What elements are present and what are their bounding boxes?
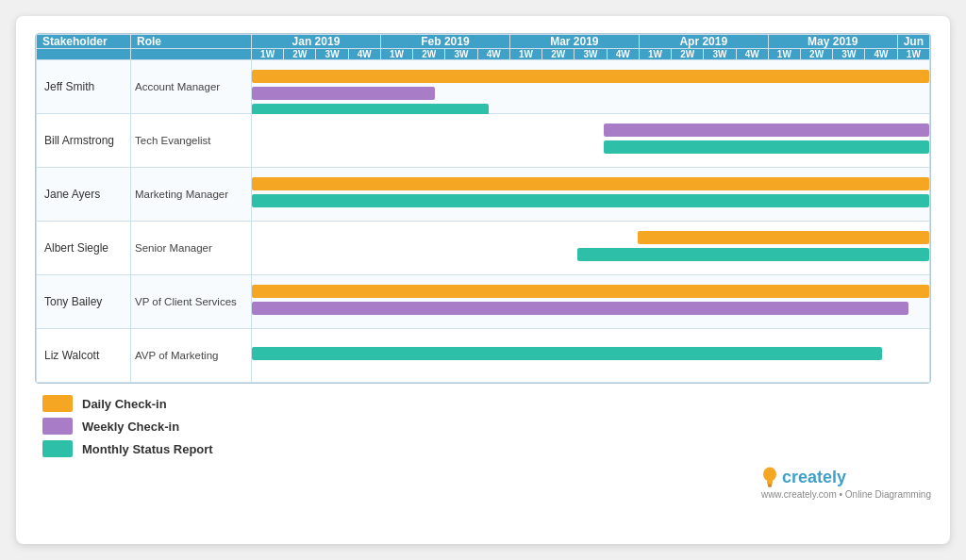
timeline-cell bbox=[252, 329, 930, 383]
chart-area: Stakeholder Role Jan 2019Feb 2019Mar 201… bbox=[35, 33, 931, 384]
stakeholder-role: Account Manager bbox=[131, 60, 252, 114]
stakeholder-role: Tech Evangelist bbox=[131, 114, 252, 168]
legend: Daily Check-inWeekly Check-inMonthly Sta… bbox=[35, 395, 931, 457]
timeline-cell bbox=[252, 275, 930, 329]
bars-container bbox=[252, 60, 929, 113]
week-header: 2W bbox=[413, 49, 445, 60]
stakeholder-weeks-empty bbox=[37, 49, 131, 60]
stakeholder-name: Jeff Smith bbox=[37, 60, 131, 114]
table-row: Bill ArmstrongTech Evangelist bbox=[37, 114, 930, 168]
legend-swatch bbox=[42, 395, 73, 412]
bulb-icon bbox=[761, 465, 778, 489]
stakeholder-name: Tony Bailey bbox=[37, 275, 131, 329]
table-row: Tony BaileyVP of Client Services bbox=[37, 275, 930, 329]
week-header: 4W bbox=[865, 49, 897, 60]
week-header: 1W bbox=[768, 49, 800, 60]
week-header: 4W bbox=[348, 49, 380, 60]
table-row: Albert SiegleSenior Manager bbox=[37, 222, 930, 275]
timeline-cell bbox=[252, 114, 930, 168]
creately-logo: creately bbox=[761, 465, 931, 489]
purple-bar bbox=[252, 302, 908, 315]
week-header: 1W bbox=[252, 49, 284, 60]
purple-bar bbox=[604, 124, 929, 137]
stakeholder-role: Marketing Manager bbox=[131, 168, 252, 222]
timeline-cell bbox=[252, 60, 930, 114]
legend-label: Weekly Check-in bbox=[82, 420, 179, 434]
purple-bar bbox=[252, 87, 435, 100]
svg-point-0 bbox=[763, 468, 776, 482]
stakeholder-role: Senior Manager bbox=[131, 222, 252, 275]
month-header: Mar 2019 bbox=[509, 35, 639, 49]
week-header: 1W bbox=[639, 49, 671, 60]
orange-bar bbox=[252, 285, 929, 298]
creately-name: creately bbox=[782, 468, 846, 487]
month-header: Apr 2019 bbox=[639, 35, 768, 49]
legend-swatch bbox=[42, 418, 73, 435]
svg-rect-2 bbox=[767, 484, 772, 486]
stakeholder-name: Bill Armstrong bbox=[37, 114, 131, 168]
legend-label: Daily Check-in bbox=[82, 397, 167, 411]
brand-area: creately www.creately.com • Online Diagr… bbox=[35, 465, 931, 500]
table-row: Jane AyersMarketing Manager bbox=[37, 168, 930, 222]
week-header: 1W bbox=[897, 49, 929, 60]
orange-bar bbox=[252, 70, 929, 83]
timeline-cell bbox=[252, 222, 930, 275]
role-header: Role bbox=[131, 35, 252, 49]
month-header: Feb 2019 bbox=[380, 35, 509, 49]
week-header: 4W bbox=[477, 49, 509, 60]
week-header: 3W bbox=[833, 49, 865, 60]
bars-container bbox=[252, 222, 929, 274]
stakeholder-name: Albert Siegle bbox=[37, 222, 131, 275]
svg-rect-1 bbox=[767, 481, 773, 484]
bars-container bbox=[252, 114, 929, 167]
month-header: Jun bbox=[897, 35, 929, 49]
stakeholder-role: VP of Client Services bbox=[131, 275, 252, 329]
week-header: 3W bbox=[316, 49, 348, 60]
legend-swatch bbox=[42, 440, 73, 457]
svg-rect-3 bbox=[768, 486, 772, 487]
orange-bar bbox=[638, 231, 929, 244]
timeline-cell bbox=[252, 168, 930, 222]
main-card: Stakeholder Role Jan 2019Feb 2019Mar 201… bbox=[16, 16, 950, 544]
week-header: 2W bbox=[284, 49, 316, 60]
bars-container bbox=[252, 275, 929, 328]
week-header: 3W bbox=[575, 49, 607, 60]
role-weeks-empty bbox=[131, 49, 252, 60]
week-header: 1W bbox=[509, 49, 541, 60]
orange-bar bbox=[252, 177, 929, 190]
week-header: 4W bbox=[736, 49, 768, 60]
teal-bar bbox=[604, 140, 929, 154]
month-header: Jan 2019 bbox=[252, 35, 381, 49]
week-header: 1W bbox=[380, 49, 412, 60]
legend-item: Daily Check-in bbox=[42, 395, 931, 412]
bars-container bbox=[252, 168, 929, 221]
week-header: 2W bbox=[672, 49, 704, 60]
table-row: Liz WalcottAVP of Marketing bbox=[37, 329, 930, 383]
week-header: 2W bbox=[542, 49, 575, 60]
bars-container bbox=[252, 329, 929, 382]
legend-item: Monthly Status Report bbox=[42, 440, 931, 457]
week-header: 3W bbox=[445, 49, 477, 60]
legend-item: Weekly Check-in bbox=[42, 418, 931, 435]
week-header: 3W bbox=[704, 49, 736, 60]
teal-bar bbox=[577, 248, 929, 261]
stakeholder-header: Stakeholder bbox=[37, 35, 131, 49]
week-header: 4W bbox=[607, 49, 639, 60]
legend-label: Monthly Status Report bbox=[82, 442, 213, 456]
stakeholder-role: AVP of Marketing bbox=[131, 329, 252, 383]
month-header: May 2019 bbox=[768, 35, 897, 49]
stakeholder-name: Liz Walcott bbox=[37, 329, 131, 383]
teal-bar bbox=[252, 194, 929, 207]
table-row: Jeff SmithAccount Manager bbox=[37, 60, 930, 114]
week-header: 2W bbox=[800, 49, 832, 60]
teal-bar bbox=[252, 347, 882, 360]
stakeholder-name: Jane Ayers bbox=[37, 168, 131, 222]
creately-subtext: www.creately.com • Online Diagramming bbox=[761, 489, 931, 500]
